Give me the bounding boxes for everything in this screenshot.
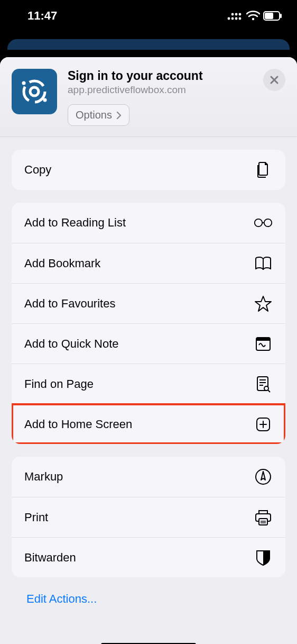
find-label: Find on Page (24, 377, 254, 391)
close-button[interactable] (263, 69, 285, 91)
reading-list-label: Add to Reading List (24, 216, 254, 230)
quick-note-label: Add to Quick Note (24, 337, 254, 351)
sheet-header: Sign in to your account app.predictivefl… (0, 57, 297, 137)
add-to-favourites-row[interactable]: Add to Favourites (12, 283, 285, 323)
bookmark-label: Add Bookmark (24, 257, 254, 270)
sheet-title: Sign in to your account (68, 69, 285, 83)
bitwarden-label: Bitwarden (24, 551, 254, 565)
svg-point-11 (24, 81, 45, 102)
background-sliver (0, 39, 297, 57)
wifi-icon (246, 11, 260, 21)
add-to-home-screen-row[interactable]: Add to Home Screen (12, 404, 285, 444)
svg-point-1 (231, 17, 234, 20)
status-icons (227, 11, 282, 21)
svg-point-6 (239, 13, 242, 16)
svg-point-13 (22, 81, 26, 85)
markup-icon (254, 468, 273, 485)
svg-point-5 (235, 13, 238, 16)
svg-point-4 (231, 13, 234, 16)
copy-label: Copy (24, 163, 254, 177)
copy-icon (254, 161, 273, 179)
action-group-2: Add to Reading List Add Bookmark Add to … (12, 203, 285, 444)
status-bar: 11:47 (0, 0, 297, 32)
markup-row[interactable]: Markup (12, 457, 285, 497)
options-label: Options (76, 109, 112, 121)
svg-point-23 (264, 386, 268, 391)
quick-note-icon (254, 337, 273, 351)
app-icon (12, 69, 57, 114)
favourites-label: Add to Favourites (24, 297, 254, 311)
svg-point-14 (43, 98, 47, 102)
home-screen-label: Add to Home Screen (24, 418, 254, 431)
print-row[interactable]: Print (12, 497, 285, 537)
options-button[interactable]: Options (68, 104, 129, 126)
copy-row[interactable]: Copy (12, 150, 285, 190)
cellular-icon (227, 11, 243, 21)
svg-point-7 (252, 18, 254, 20)
add-to-reading-list-row[interactable]: Add to Reading List (12, 203, 285, 243)
plus-square-icon (254, 416, 273, 432)
svg-point-15 (255, 219, 262, 226)
svg-line-24 (268, 390, 270, 392)
action-group-3: Markup Print Bitwarden (12, 457, 285, 577)
chevron-right-icon (116, 111, 122, 120)
close-icon (270, 75, 279, 85)
battery-icon (263, 11, 282, 21)
share-sheet: Sign in to your account app.predictivefl… (0, 57, 297, 644)
star-icon (254, 295, 273, 312)
svg-point-2 (235, 17, 238, 20)
bitwarden-icon (254, 549, 273, 566)
svg-rect-10 (280, 14, 282, 18)
markup-label: Markup (24, 470, 254, 484)
svg-rect-18 (256, 338, 270, 341)
glasses-icon (254, 217, 273, 228)
svg-rect-30 (259, 519, 267, 525)
find-on-page-icon (254, 376, 273, 393)
printer-icon (254, 509, 273, 526)
find-on-page-row[interactable]: Find on Page (12, 364, 285, 404)
bitwarden-row[interactable]: Bitwarden (12, 537, 285, 577)
action-group-1: Copy (12, 150, 285, 190)
book-icon (254, 256, 273, 271)
sheet-subtitle: app.predictiveflowbox.com (68, 84, 285, 96)
status-time: 11:47 (27, 9, 57, 23)
edit-actions-label: Edit Actions... (26, 592, 97, 605)
print-label: Print (24, 511, 254, 524)
svg-rect-9 (265, 13, 273, 19)
svg-point-3 (239, 17, 242, 20)
svg-point-0 (228, 17, 230, 20)
add-bookmark-row[interactable]: Add Bookmark (12, 243, 285, 283)
svg-point-12 (30, 87, 39, 96)
svg-point-16 (264, 219, 272, 226)
add-to-quick-note-row[interactable]: Add to Quick Note (12, 323, 285, 364)
edit-actions-link[interactable]: Edit Actions... (12, 590, 285, 606)
